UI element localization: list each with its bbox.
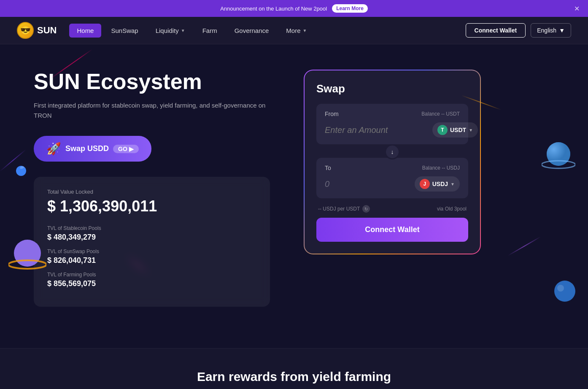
more-chevron-icon: ▼	[303, 28, 307, 33]
refresh-rate-button[interactable]: ↻	[362, 205, 370, 213]
header: 😎 SUN Home SunSwap Liquidity ▼ Farm Gove…	[0, 17, 588, 44]
connect-wallet-swap-button[interactable]: Connect Wallet	[316, 218, 468, 242]
nav-item-sunswap[interactable]: SunSwap	[103, 24, 146, 38]
hero-title: SUN Ecosystem	[34, 70, 270, 94]
swap-to-header: To Balance -- USDJ	[325, 165, 460, 171]
stats-card: Total Value Locked $ 1,306,390,011 TVL o…	[34, 177, 270, 307]
to-token-selector[interactable]: J USDJ ▼	[415, 176, 460, 192]
to-label: To	[325, 165, 331, 171]
swap-widget: Swap From Balance -- USDT T USDT ▼	[305, 70, 480, 254]
swap-from-input-row: T USDT ▼	[325, 122, 460, 138]
stablecoin-label: TVL of Stablecoin Pools	[47, 225, 256, 231]
hero-subtitle: First integrated platform for stablecoin…	[34, 100, 270, 121]
farming-value: $ 856,569,075	[47, 279, 256, 288]
stablecoin-value: $ 480,349,279	[47, 233, 256, 242]
swap-to-section: To Balance -- USDJ 0 J USDJ ▼	[316, 158, 468, 198]
swap-widget-container: Swap From Balance -- USDT T USDT ▼	[304, 70, 481, 331]
to-amount-value: 0	[325, 179, 415, 189]
sunswap-tvl-row: TVL of SunSwap Pools $ 826,040,731	[47, 249, 256, 265]
logo[interactable]: 😎 SUN	[17, 22, 57, 39]
header-actions: Connect Wallet English ▼	[466, 23, 571, 38]
sunswap-value: $ 826,040,731	[47, 256, 256, 265]
swap-widget-title: Swap	[316, 82, 468, 95]
bottom-section: Earn rewards from yield farming High ret…	[0, 348, 588, 389]
language-selector-button[interactable]: English ▼	[531, 23, 571, 38]
sunswap-label: TVL of SunSwap Pools	[47, 249, 256, 254]
stablecoin-tvl-row: TVL of Stablecoin Pools $ 480,349,279	[47, 225, 256, 242]
swap-usdd-button[interactable]: 🚀 Swap USDD GO ▶	[34, 136, 151, 162]
tvl-label: Total Value Locked	[47, 189, 256, 195]
nav-item-farm[interactable]: Farm	[195, 24, 225, 38]
from-token-name: USDT	[450, 127, 466, 133]
meteor-4	[508, 236, 541, 256]
svg-point-3	[547, 142, 570, 166]
logo-icon: 😎	[17, 22, 34, 39]
nav-item-governance[interactable]: Governance	[227, 24, 277, 38]
to-token-chevron-icon: ▼	[450, 182, 455, 186]
learn-more-button[interactable]: Learn More	[332, 4, 368, 13]
via-text: via Old 3pool	[437, 206, 467, 212]
swap-from-section: From Balance -- USDT T USDT ▼	[316, 104, 468, 144]
swap-from-header: From Balance -- USDT	[325, 111, 460, 117]
announcement-text: Announcement on the Launch of New 2pool	[220, 5, 327, 12]
rate-text: -- USDJ per USDT	[318, 206, 360, 212]
usdj-icon: J	[420, 179, 430, 189]
nav-item-home[interactable]: Home	[69, 24, 101, 38]
left-content: SUN Ecosystem First integrated platform …	[34, 70, 270, 331]
from-token-chevron-icon: ▼	[469, 128, 473, 132]
farming-label: TVL of Farming Pools	[47, 272, 256, 278]
tvl-value: $ 1,306,390,011	[47, 197, 256, 215]
swap-arrow-container: ↓	[316, 144, 468, 159]
language-chevron-icon: ▼	[559, 27, 565, 34]
svg-point-0	[14, 240, 41, 267]
main-nav: Home SunSwap Liquidity ▼ Farm Governance…	[69, 24, 465, 38]
swap-direction-button[interactable]: ↓	[385, 144, 400, 159]
bottom-title: Earn rewards from yield farming	[34, 370, 554, 384]
close-announcement-button[interactable]: ✕	[574, 5, 580, 13]
nav-item-more[interactable]: More ▼	[278, 24, 314, 38]
announcement-banner: Announcement on the Launch of New 2pool …	[0, 0, 588, 17]
from-balance: Balance -- USDT	[421, 111, 460, 117]
planet-small	[13, 162, 30, 179]
to-balance: Balance -- USDJ	[422, 165, 460, 171]
planet-left	[8, 234, 46, 272]
from-label: From	[325, 111, 339, 117]
svg-point-6	[557, 285, 564, 292]
usdt-icon: T	[437, 125, 448, 135]
swap-widget-border: Swap From Balance -- USDT T USDT ▼	[304, 70, 481, 254]
from-token-selector[interactable]: T USDT ▼	[432, 122, 478, 138]
connect-wallet-header-button[interactable]: Connect Wallet	[466, 23, 526, 38]
rocket-icon: 🚀	[46, 142, 61, 156]
farming-tvl-row: TVL of Farming Pools $ 856,569,075	[47, 272, 256, 288]
swap-to-input-row: 0 J USDJ ▼	[325, 176, 460, 192]
logo-text: SUN	[37, 25, 57, 36]
liquidity-chevron-icon: ▼	[181, 28, 185, 33]
swap-rate-row: -- USDJ per USDT ↻ via Old 3pool	[316, 200, 468, 218]
nav-item-liquidity[interactable]: Liquidity ▼	[148, 24, 193, 38]
svg-point-5	[554, 281, 575, 302]
from-amount-input[interactable]	[325, 125, 432, 135]
main-content: SUN Ecosystem First integrated platform …	[0, 44, 588, 348]
to-token-name: USDJ	[432, 181, 448, 187]
planet-right	[542, 137, 575, 171]
swap-rate-left: -- USDJ per USDT ↻	[318, 205, 370, 213]
planet-right2	[550, 276, 580, 306]
